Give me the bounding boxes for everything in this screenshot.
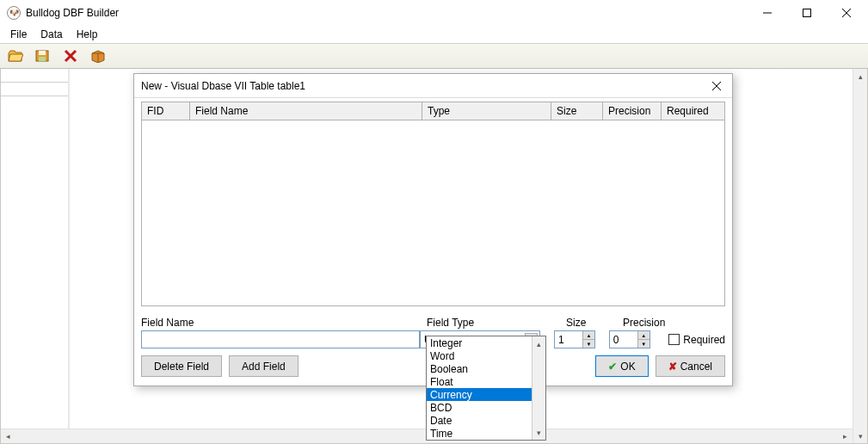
- col-field-name[interactable]: Field Name: [190, 102, 422, 120]
- menu-data[interactable]: Data: [34, 27, 69, 42]
- required-label: Required: [683, 334, 725, 346]
- svg-rect-6: [39, 57, 46, 61]
- delete-field-button[interactable]: Delete Field: [141, 355, 222, 377]
- toolbar-package-button[interactable]: [86, 45, 110, 67]
- required-checkbox[interactable]: [668, 334, 680, 345]
- col-precision[interactable]: Precision: [603, 102, 662, 120]
- minimize-button[interactable]: [748, 0, 787, 26]
- precision-value: 0: [613, 334, 619, 346]
- size-label: Size: [566, 317, 616, 329]
- fields-grid-body[interactable]: [141, 120, 725, 306]
- precision-label: Precision: [623, 317, 673, 329]
- scroll-right-icon[interactable]: ▸: [838, 429, 853, 444]
- dropdown-option[interactable]: Boolean: [427, 362, 545, 375]
- spin-down-icon[interactable]: ▼: [582, 340, 594, 348]
- col-required[interactable]: Required: [662, 102, 724, 120]
- field-name-input[interactable]: [141, 330, 420, 348]
- field-name-label: Field Name: [141, 317, 427, 329]
- size-value: 1: [558, 334, 564, 346]
- toolbar-save-button[interactable]: [31, 45, 55, 67]
- col-size[interactable]: Size: [551, 102, 603, 120]
- dropdown-option[interactable]: BCD: [427, 401, 545, 414]
- add-field-button[interactable]: Add Field: [229, 355, 299, 377]
- window-titlebar: 🐶 Bulldog DBF Builder: [0, 0, 868, 26]
- field-type-label: Field Type: [427, 317, 556, 329]
- close-icon: [712, 82, 721, 90]
- side-grid: [1, 69, 70, 443]
- toolbar-delete-button[interactable]: [58, 45, 83, 67]
- dropdown-option[interactable]: Date: [427, 414, 545, 427]
- menu-bar: File Data Help: [0, 26, 868, 43]
- scroll-left-icon[interactable]: ◂: [1, 429, 15, 444]
- x-icon: ✘: [668, 361, 677, 373]
- menu-help[interactable]: Help: [70, 27, 105, 42]
- ok-button[interactable]: ✔ OK: [595, 355, 648, 377]
- field-type-dropdown[interactable]: IntegerWordBooleanFloatCurrencyBCDDateTi…: [426, 336, 546, 441]
- dropdown-option[interactable]: Currency: [427, 388, 545, 401]
- scroll-down-icon[interactable]: ▾: [853, 429, 868, 443]
- x-icon: [64, 49, 77, 63]
- dropdown-option[interactable]: Integer: [427, 336, 545, 349]
- dropdown-option[interactable]: Float: [427, 375, 545, 388]
- toolbar-open-button[interactable]: [3, 45, 28, 67]
- spin-down-icon[interactable]: ▼: [637, 340, 649, 348]
- dialog-titlebar: New - Visual Dbase VII Table table1: [134, 74, 732, 98]
- side-grid-row: [1, 83, 68, 96]
- dialog-close-button[interactable]: [706, 76, 727, 96]
- vertical-scrollbar[interactable]: ▴ ▾: [853, 69, 867, 443]
- col-fid[interactable]: FID: [142, 102, 190, 120]
- dropdown-scrollbar[interactable]: ▴ ▾: [532, 336, 545, 440]
- toolbar: [0, 43, 868, 69]
- spin-up-icon[interactable]: ▲: [582, 331, 594, 340]
- window-title: Bulldog DBF Builder: [26, 7, 119, 19]
- app-icon: 🐶: [7, 6, 21, 20]
- spin-up-icon[interactable]: ▲: [637, 331, 649, 340]
- dialog-title: New - Visual Dbase VII Table table1: [141, 80, 706, 92]
- scroll-up-icon[interactable]: ▴: [532, 336, 546, 351]
- fields-grid-header: FID Field Name Type Size Precision Requi…: [141, 102, 725, 120]
- folder-open-icon: [8, 49, 23, 63]
- dropdown-option[interactable]: Time: [427, 427, 545, 440]
- maximize-button[interactable]: [787, 0, 827, 26]
- scroll-down-icon[interactable]: ▾: [532, 425, 546, 440]
- svg-rect-5: [39, 51, 46, 55]
- side-grid-row: [1, 69, 68, 83]
- close-button[interactable]: [827, 0, 866, 26]
- package-icon: [90, 49, 106, 63]
- check-icon: ✔: [608, 361, 617, 373]
- col-type[interactable]: Type: [422, 102, 551, 120]
- precision-stepper[interactable]: 0 ▲▼: [609, 330, 650, 348]
- svg-rect-1: [803, 9, 811, 17]
- menu-file[interactable]: File: [3, 27, 34, 42]
- dropdown-option[interactable]: Word: [427, 349, 545, 362]
- size-stepper[interactable]: 1 ▲▼: [554, 330, 595, 348]
- cancel-button[interactable]: ✘ Cancel: [656, 355, 725, 377]
- scroll-up-icon[interactable]: ▴: [853, 69, 868, 83]
- save-box-icon: [35, 49, 51, 63]
